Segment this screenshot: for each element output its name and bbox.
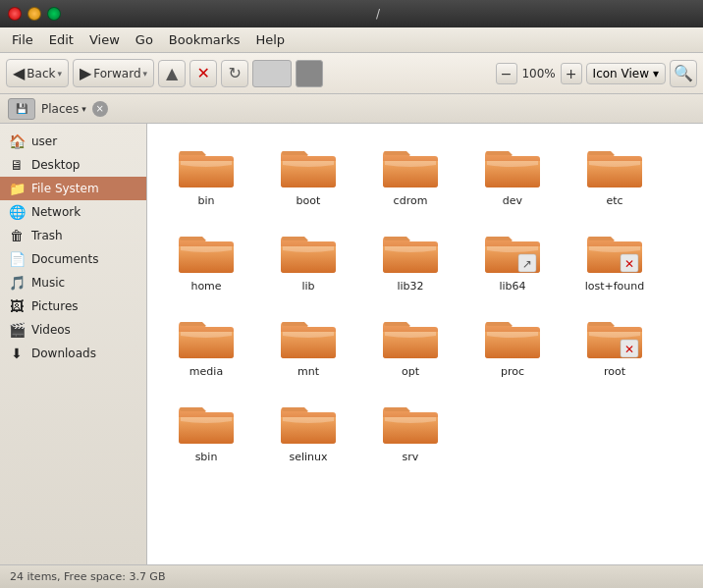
sidebar-label-downloads: Downloads [31,347,96,360]
menu-edit[interactable]: Edit [41,29,81,50]
svg-text:✕: ✕ [624,257,634,271]
stop-button[interactable]: ✕ [189,60,217,87]
documents-icon: 📄 [8,251,26,267]
forward-label: Forward [93,67,140,80]
folder-icon [381,227,440,276]
list-item[interactable]: boot [259,134,357,215]
folder-icon: ✕ [585,312,644,361]
sidebar-item-pictures[interactable]: 🖼 Pictures [0,294,146,318]
desktop-icon: 🖥 [8,157,26,173]
file-name: lost+found [585,280,645,293]
menu-view[interactable]: View [81,29,128,50]
file-name: mnt [297,365,319,378]
sidebar-item-downloads[interactable]: ⬇ Downloads [0,342,146,365]
file-name: lib64 [499,280,525,293]
status-text: 24 items, Free space: 3.7 GB [10,570,165,583]
locationbar: 💾 Places ▾ × [0,94,703,124]
list-item[interactable]: ↗ lib64 [463,219,562,300]
sidebar-item-music[interactable]: 🎵 Music [0,271,146,294]
folder-icon [177,141,236,190]
list-item[interactable]: ✕ root [566,304,664,386]
home-icon-btn[interactable] [252,60,292,87]
sidebar-item-documents[interactable]: 📄 Documents [0,247,146,271]
sidebar-label-user: user [31,134,57,148]
list-item[interactable]: etc [566,134,664,215]
folder-icon [177,398,236,447]
list-item[interactable]: home [157,219,255,300]
location-icon: 💾 [8,98,35,120]
sidebar-label-documents: Documents [31,252,98,266]
back-button[interactable]: ◀ Back ▾ [6,59,69,87]
close-button[interactable] [8,7,22,21]
zoom-out-button[interactable]: − [496,63,517,84]
list-item[interactable]: cdrom [361,134,460,215]
list-item[interactable]: dev [463,134,562,215]
pictures-icon: 🖼 [8,298,26,314]
list-item[interactable]: proc [463,304,562,386]
file-name: srv [403,451,419,463]
folder-icon [177,312,236,361]
sidebar-item-network[interactable]: 🌐 Network [0,200,146,224]
sidebar-item-user[interactable]: 🏠 user [0,130,146,153]
folder-icon [381,141,440,190]
search-button[interactable]: 🔍 [670,60,697,87]
list-item[interactable]: srv [361,390,460,471]
folder-icon [177,227,236,276]
sidebar-label-trash: Trash [31,229,63,242]
sidebar-item-trash[interactable]: 🗑 Trash [0,224,146,247]
sidebar-item-videos[interactable]: 🎬 Videos [0,318,146,342]
sidebar-label-music: Music [31,276,65,290]
reload-button[interactable]: ↻ [221,60,248,87]
sidebar-label-network: Network [31,205,81,219]
trash-icon: 🗑 [8,228,26,243]
sidebar-label-pictures: Pictures [31,299,79,313]
forward-button[interactable]: ▶ Forward ▾ [73,59,154,87]
list-item[interactable]: ✕ lost+found [566,219,664,300]
music-icon: 🎵 [8,275,26,291]
menu-help[interactable]: Help [247,29,293,50]
svg-text:↗: ↗ [522,257,532,271]
folder-icon [279,141,338,190]
menu-file[interactable]: File [4,29,41,50]
sidebar-item-desktop[interactable]: 🖥 Desktop [0,153,146,177]
up-button[interactable]: ▲ [158,60,186,87]
minimize-button[interactable] [27,7,41,21]
filesystem-icon: 📁 [8,181,26,196]
file-name: media [189,365,223,378]
window-controls[interactable] [8,7,61,21]
folder-icon [279,398,338,447]
sidebar-item-filesystem[interactable]: 📁 File System [0,177,146,200]
folder-icon [381,312,440,361]
file-name: proc [501,365,524,378]
zoom-in-button[interactable]: + [561,63,582,84]
menu-bookmarks[interactable]: Bookmarks [161,29,248,50]
statusbar: 24 items, Free space: 3.7 GB [0,564,703,588]
list-item[interactable]: bin [157,134,255,215]
computer-icon-btn[interactable] [296,60,323,87]
network-icon: 🌐 [8,204,26,220]
file-name: etc [606,194,622,207]
maximize-button[interactable] [47,7,61,21]
file-name: boot [297,194,321,207]
list-item[interactable]: mnt [259,304,357,386]
titlebar: / [0,0,703,27]
file-name: root [604,365,625,378]
view-mode-select[interactable]: Icon View ▾ [586,63,666,84]
videos-icon: 🎬 [8,322,26,338]
list-item[interactable]: media [157,304,255,386]
list-item[interactable]: lib32 [361,219,460,300]
folder-icon: ✕ [585,227,644,276]
list-item[interactable]: sbin [157,390,255,471]
sidebar-close-button[interactable]: × [92,101,108,117]
view-mode-label: Icon View [593,67,649,80]
list-item[interactable]: lib [259,219,357,300]
list-item[interactable]: selinux [259,390,357,471]
menu-go[interactable]: Go [128,29,161,50]
file-name: home [190,280,221,293]
user-icon: 🏠 [8,134,26,149]
sidebar-label-videos: Videos [31,323,71,337]
downloads-icon: ⬇ [8,346,26,361]
list-item[interactable]: opt [361,304,460,386]
folder-icon [483,312,542,361]
file-area: bin boot [147,124,703,564]
